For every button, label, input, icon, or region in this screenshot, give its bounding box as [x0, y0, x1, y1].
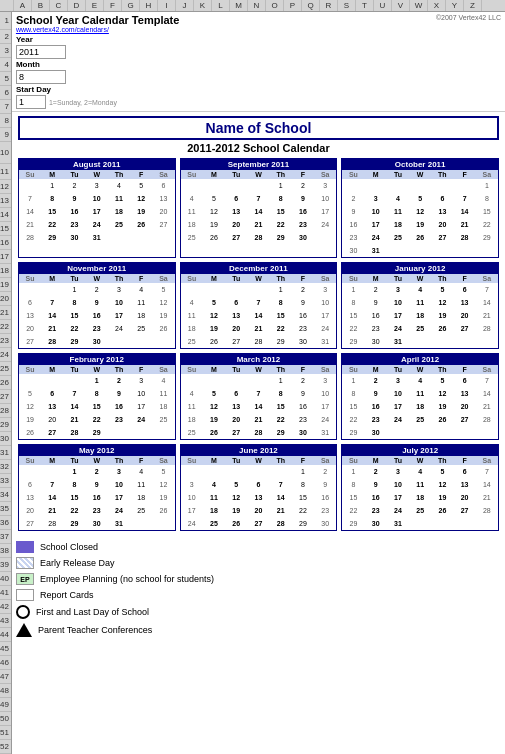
day-cell-10-3-6: 23 — [314, 504, 336, 517]
month-label: Month — [16, 60, 66, 69]
day-cell-10-1-6: 9 — [314, 478, 336, 491]
day-cell-4-0-3 — [247, 283, 269, 296]
day-cell-7-2-6: 17 — [314, 400, 336, 413]
day-header-Su: Su — [19, 365, 41, 374]
month-block-8: April 2012SuMTuWThFSa1234567891011121314… — [341, 353, 499, 440]
day-header-Tu: Tu — [63, 456, 85, 465]
month-block-5: January 2012SuMTuWThFSa12345678910111213… — [341, 262, 499, 349]
day-cell-4-4-5: 30 — [292, 335, 314, 348]
row-7: 7 — [0, 100, 11, 114]
day-cell-8-2-4: 19 — [431, 400, 453, 413]
legend-icon-triangle — [16, 623, 32, 637]
day-cell-5-1-0: 8 — [342, 296, 364, 309]
day-cell-5-4-3 — [409, 335, 431, 348]
day-cell-2-5-2 — [387, 244, 409, 257]
day-cell-2-2-4: 13 — [431, 205, 453, 218]
day-cell-10-1-5: 8 — [292, 478, 314, 491]
day-cell-4-4-3: 28 — [247, 335, 269, 348]
day-cell-8-2-1: 16 — [365, 400, 387, 413]
month-grid-6: 1234567891011121314151617181920212223242… — [19, 374, 175, 439]
day-cell-0-2-1: 15 — [41, 205, 63, 218]
day-cell-7-2-0: 11 — [181, 400, 203, 413]
day-cell-11-1-3: 11 — [409, 478, 431, 491]
day-cell-3-3-2: 22 — [63, 322, 85, 335]
day-header-W: W — [247, 365, 269, 374]
day-cell-3-2-1: 14 — [41, 309, 63, 322]
day-cell-1-1-5: 9 — [292, 192, 314, 205]
day-cell-8-0-0: 1 — [342, 374, 364, 387]
day-cell-0-3-4: 25 — [108, 218, 130, 231]
day-cell-1-4-4: 29 — [270, 231, 292, 244]
day-header-F: F — [130, 170, 152, 179]
day-cell-1-0-2 — [225, 179, 247, 192]
day-cell-11-2-1: 16 — [365, 491, 387, 504]
day-cell-7-0-6: 3 — [314, 374, 336, 387]
legend-icon-early — [16, 557, 34, 569]
startday-input[interactable] — [16, 95, 46, 109]
day-cell-11-0-3: 4 — [409, 465, 431, 478]
day-cell-9-0-4: 3 — [108, 465, 130, 478]
day-cell-1-4-1: 26 — [203, 231, 225, 244]
month-block-2: October 2011SuMTuWThFSa12345678910111213… — [341, 158, 499, 258]
day-header-F: F — [454, 456, 476, 465]
day-cell-1-2-5: 16 — [292, 205, 314, 218]
day-cell-4-3-2: 20 — [225, 322, 247, 335]
day-cell-1-1-4: 8 — [270, 192, 292, 205]
month-input[interactable] — [16, 70, 66, 84]
year-input[interactable] — [16, 45, 66, 59]
day-cell-0-0-1: 1 — [41, 179, 63, 192]
row-41: 41 — [0, 586, 11, 600]
day-cell-9-4-4: 31 — [108, 517, 130, 530]
day-cell-7-2-1: 12 — [203, 400, 225, 413]
startday-note: 1=Sunday, 2=Monday — [49, 99, 117, 106]
day-cell-5-3-3: 25 — [409, 322, 431, 335]
day-cell-2-4-4: 27 — [431, 231, 453, 244]
day-cell-2-3-3: 19 — [409, 218, 431, 231]
day-header-F: F — [292, 274, 314, 283]
day-cell-1-1-1: 5 — [203, 192, 225, 205]
day-cell-9-2-1: 14 — [41, 491, 63, 504]
day-cell-5-3-5: 27 — [454, 322, 476, 335]
day-cell-11-1-4: 12 — [431, 478, 453, 491]
col-G: G — [122, 0, 140, 11]
day-header-Tu: Tu — [225, 456, 247, 465]
day-cell-0-4-2: 30 — [63, 231, 85, 244]
month-grid-10: 1234567891011121314151617181920212223242… — [181, 465, 337, 530]
day-cell-9-2-2: 15 — [63, 491, 85, 504]
day-cell-9-4-1: 28 — [41, 517, 63, 530]
day-cell-6-4-6 — [152, 426, 174, 439]
day-cell-10-1-1: 4 — [203, 478, 225, 491]
months-grid: August 2011SuMTuWThFSa123456789101112131… — [18, 158, 499, 531]
day-cell-9-1-0: 6 — [19, 478, 41, 491]
day-headers-3: SuMTuWThFSa — [19, 274, 175, 283]
day-cell-10-0-3 — [247, 465, 269, 478]
day-cell-5-1-3: 11 — [409, 296, 431, 309]
day-cell-5-4-1: 30 — [365, 335, 387, 348]
day-cell-5-1-6: 14 — [476, 296, 498, 309]
row-27: 27 — [0, 390, 11, 404]
corner-cell — [0, 0, 14, 11]
day-cell-0-0-4: 4 — [108, 179, 130, 192]
day-cell-3-0-0 — [19, 283, 41, 296]
day-cell-10-2-4: 14 — [270, 491, 292, 504]
day-cell-5-4-0: 29 — [342, 335, 364, 348]
day-cell-3-4-4 — [108, 335, 130, 348]
day-cell-2-1-2: 4 — [387, 192, 409, 205]
day-cell-4-1-4: 8 — [270, 296, 292, 309]
day-cell-10-4-3: 27 — [247, 517, 269, 530]
day-header-Sa: Sa — [314, 365, 336, 374]
day-cell-7-0-5: 2 — [292, 374, 314, 387]
day-headers-11: SuMTuWThFSa — [342, 456, 498, 465]
day-cell-7-2-2: 13 — [225, 400, 247, 413]
day-cell-6-2-4: 16 — [108, 400, 130, 413]
row-numbers: 1 2 3 4 5 6 7 8 9 10 11 12 13 14 15 16 1… — [0, 12, 12, 754]
month-grid-2: 1234567891011121314151617181920212223242… — [342, 179, 498, 257]
day-cell-6-1-6: 11 — [152, 387, 174, 400]
day-headers-5: SuMTuWThFSa — [342, 274, 498, 283]
day-header-Th: Th — [270, 170, 292, 179]
day-cell-4-1-2: 6 — [225, 296, 247, 309]
day-cell-8-2-6: 21 — [476, 400, 498, 413]
day-cell-5-2-1: 16 — [365, 309, 387, 322]
day-header-W: W — [409, 170, 431, 179]
day-cell-6-1-1: 6 — [41, 387, 63, 400]
